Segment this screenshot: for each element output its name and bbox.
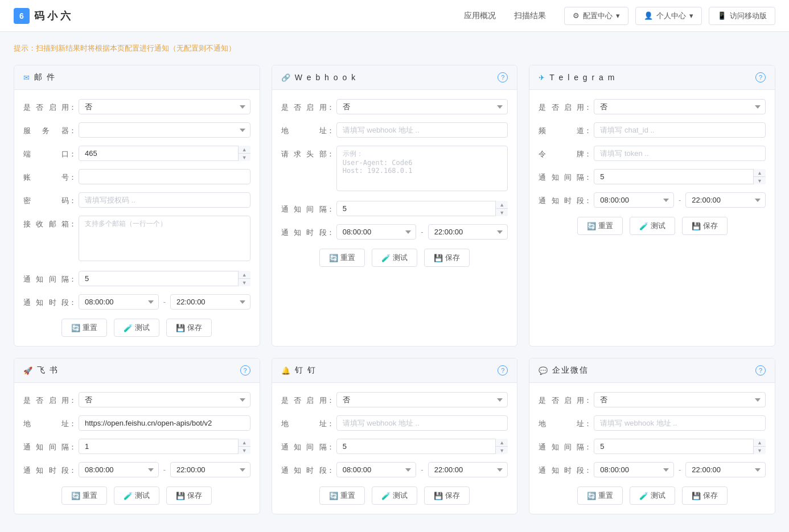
telegram-save-button[interactable]: 💾 保存 — [682, 217, 728, 235]
dingding-interval-up[interactable]: ▲ — [496, 439, 508, 447]
telegram-time-label: 通知时段 — [539, 192, 584, 206]
mail-port-wrap: 465 ▲ ▼ — [79, 146, 250, 161]
dingding-time-start-select[interactable]: 08:00:00 — [336, 462, 417, 477]
personal-center-button[interactable]: 👤 个人中心 ▾ — [635, 7, 702, 25]
dingding-interval-down[interactable]: ▼ — [496, 447, 508, 454]
dingding-address-input[interactable] — [336, 415, 508, 431]
mail-port-input[interactable]: 465 — [79, 146, 250, 161]
telegram-token-input[interactable] — [594, 146, 766, 161]
wechat-time-start-select[interactable]: 08:00:00 — [594, 462, 674, 477]
nav-app-overview[interactable]: 应用概况 — [464, 11, 496, 21]
telegram-time-start-select[interactable]: 08:00:00 — [594, 192, 674, 208]
dingding-test-button[interactable]: 🧪 测试 — [372, 486, 417, 505]
dingding-help-icon[interactable]: ? — [498, 365, 508, 376]
dingding-save-icon: 💾 — [434, 492, 443, 500]
telegram-reset-button[interactable]: 🔄 重置 — [577, 217, 623, 235]
dingding-interval-input[interactable]: 5 — [336, 439, 508, 454]
telegram-interval-up[interactable]: ▲ — [754, 169, 766, 177]
webhook-test-button[interactable]: 🧪 测试 — [372, 249, 417, 267]
feishu-enabled-select[interactable]: 否是 — [79, 392, 250, 407]
save-icon: 💾 — [176, 324, 185, 332]
wechat-interval-down[interactable]: ▼ — [754, 447, 766, 454]
feishu-interval-up[interactable]: ▲ — [239, 439, 250, 447]
dingding-enabled-select[interactable]: 否是 — [336, 392, 508, 407]
mail-port-up[interactable]: ▲ — [239, 146, 250, 154]
feishu-interval-down[interactable]: ▼ — [239, 447, 250, 454]
webhook-header-control: 示例： User-Agent: Code6 Host: 192.168.0.1 — [336, 146, 508, 193]
telegram-test-button[interactable]: 🧪 测试 — [630, 217, 675, 235]
telegram-interval-down[interactable]: ▼ — [754, 177, 766, 184]
cards-grid: ✉ 邮 件 是否启用 ： 否是 服 务 器 ： — [14, 65, 775, 514]
mail-interval-down[interactable]: ▼ — [239, 279, 250, 286]
webhook-reset-button[interactable]: 🔄 重置 — [319, 249, 365, 267]
wechat-interval-up[interactable]: ▲ — [754, 439, 766, 447]
telegram-enabled-select[interactable]: 否是 — [594, 99, 766, 114]
wechat-reset-button[interactable]: 🔄 重置 — [577, 486, 623, 505]
webhook-help-icon[interactable]: ? — [498, 72, 508, 83]
mail-receiver-textarea[interactable] — [79, 216, 250, 261]
wechat-time-range: 08:00:00 - 22:00:00 — [594, 462, 766, 477]
feishu-enabled-row: 是否启用 ： 否是 — [23, 392, 250, 407]
wechat-interval-wrap: 5 ▲ ▼ — [594, 439, 766, 454]
wechat-help-icon[interactable]: ? — [755, 365, 766, 376]
wechat-save-button[interactable]: 💾 保存 — [682, 486, 728, 505]
feishu-time-end-select[interactable]: 22:00:00 — [170, 462, 250, 477]
feishu-time-start-select[interactable]: 08:00:00 — [79, 462, 159, 477]
config-center-button[interactable]: ⚙ 配置中心 ▾ — [564, 7, 628, 25]
webhook-time-end-select[interactable]: 22:00:00 — [428, 224, 508, 240]
tip-text: 提示：扫描到新结果时将根据本页配置进行通知（无配置则不通知） — [14, 43, 775, 53]
webhook-interval-input[interactable]: 5 — [336, 201, 508, 216]
webhook-save-button[interactable]: 💾 保存 — [424, 249, 470, 267]
mail-time-start-select[interactable]: 08:00:00 — [79, 294, 159, 310]
dingding-address-row: 地 址 ： — [281, 415, 508, 431]
mail-time-end-select[interactable]: 22:00:00 — [170, 294, 250, 310]
nav-scan-results[interactable]: 扫描结果 — [514, 11, 546, 21]
webhook-header-textarea[interactable]: 示例： User-Agent: Code6 Host: 192.168.0.1 — [336, 146, 508, 191]
mail-test-button[interactable]: 🧪 测试 — [114, 319, 159, 337]
dingding-reset-button[interactable]: 🔄 重置 — [319, 486, 365, 505]
mail-account-control — [79, 169, 250, 184]
feishu-interval-input[interactable]: 1 — [79, 439, 250, 454]
feishu-reset-button[interactable]: 🔄 重置 — [61, 486, 107, 505]
telegram-time-end-select[interactable]: 22:00:00 — [685, 192, 766, 208]
webhook-time-start-select[interactable]: 08:00:00 — [336, 224, 417, 240]
wechat-interval-row: 通知间隔 ： 5 ▲ ▼ — [539, 439, 766, 454]
webhook-interval-down[interactable]: ▼ — [496, 209, 508, 216]
telegram-help-icon[interactable]: ? — [755, 72, 766, 83]
mail-interval-input[interactable]: 5 — [79, 271, 250, 286]
wechat-test-button[interactable]: 🧪 测试 — [630, 486, 675, 505]
mail-reset-button[interactable]: 🔄 重置 — [61, 319, 107, 337]
mail-interval-spinners: ▲ ▼ — [238, 271, 250, 286]
telegram-channel-input[interactable] — [594, 122, 766, 138]
telegram-interval-input[interactable]: 5 — [594, 169, 766, 184]
feishu-help-icon[interactable]: ? — [240, 365, 250, 376]
dingding-time-range: 08:00:00 - 22:00:00 — [336, 462, 508, 477]
dingding-save-button[interactable]: 💾 保存 — [424, 486, 470, 505]
telegram-enabled-label: 是否启用 — [539, 99, 584, 113]
mail-account-input[interactable] — [79, 169, 250, 184]
chevron-down-icon: ▾ — [616, 11, 620, 20]
wechat-address-input[interactable] — [594, 415, 766, 431]
feishu-time-range: 08:00:00 - 22:00:00 — [79, 462, 250, 477]
wechat-enabled-select[interactable]: 否是 — [594, 392, 766, 407]
webhook-address-input[interactable] — [336, 122, 508, 138]
feishu-save-button[interactable]: 💾 保存 — [166, 486, 212, 505]
webhook-enabled-select[interactable]: 否是 — [336, 99, 508, 114]
feishu-test-button[interactable]: 🧪 测试 — [114, 486, 159, 505]
webhook-interval-up[interactable]: ▲ — [496, 201, 508, 209]
mail-enabled-select[interactable]: 否是 — [79, 99, 250, 114]
mail-card-title: 邮 件 — [34, 72, 56, 83]
mail-save-button[interactable]: 💾 保存 — [166, 319, 212, 337]
feishu-address-control: https://open.feishu.cn/open-apis/bot/v2 — [79, 415, 250, 431]
dingding-time-end-select[interactable]: 22:00:00 — [428, 462, 508, 477]
mail-interval-up[interactable]: ▲ — [239, 271, 250, 279]
wechat-interval-input[interactable]: 5 — [594, 439, 766, 454]
webhook-header-row: 请求头部 ： 示例： User-Agent: Code6 Host: 192.1… — [281, 146, 508, 193]
wechat-time-end-select[interactable]: 22:00:00 — [685, 462, 766, 477]
mail-reset-label: 重置 — [83, 323, 97, 333]
mail-password-input[interactable] — [79, 192, 250, 208]
mail-server-select[interactable] — [79, 122, 250, 138]
mobile-version-button[interactable]: 📱 访问移动版 — [709, 7, 775, 25]
feishu-address-input[interactable]: https://open.feishu.cn/open-apis/bot/v2 — [79, 415, 250, 431]
mail-port-down[interactable]: ▼ — [239, 154, 250, 161]
